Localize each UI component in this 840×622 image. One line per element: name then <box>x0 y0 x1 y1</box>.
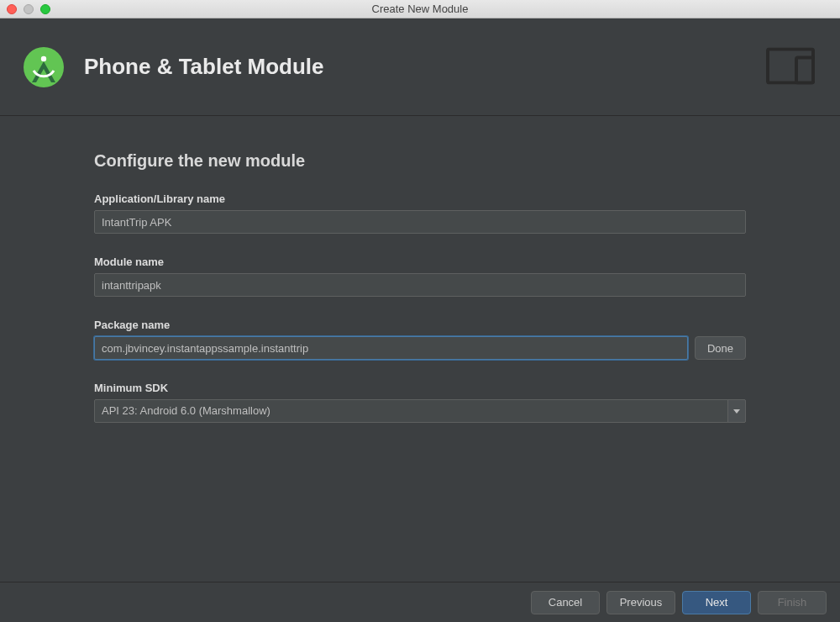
android-studio-icon <box>24 47 64 87</box>
package-name-label: Package name <box>94 319 746 331</box>
window-title: Create New Module <box>0 3 840 15</box>
package-name-input[interactable] <box>94 336 688 360</box>
module-name-input[interactable] <box>94 273 746 297</box>
application-name-field-group: Application/Library name <box>94 192 746 234</box>
wizard-content: Configure the new module Application/Lib… <box>0 116 840 461</box>
module-name-label: Module name <box>94 256 746 268</box>
window-titlebar: Create New Module <box>0 0 840 18</box>
next-button[interactable]: Next <box>682 591 751 614</box>
previous-button[interactable]: Previous <box>606 591 675 614</box>
window-close-button[interactable] <box>7 4 17 14</box>
wizard-title: Phone & Tablet Module <box>84 54 324 80</box>
svg-point-1 <box>41 55 46 61</box>
section-title: Configure the new module <box>94 151 746 171</box>
minimum-sdk-select[interactable]: API 23: Android 6.0 (Marshmallow) <box>94 399 746 423</box>
svg-rect-3 <box>796 57 813 82</box>
finish-button: Finish <box>758 591 827 614</box>
window-controls <box>0 4 50 14</box>
cancel-button[interactable]: Cancel <box>531 591 600 614</box>
application-name-label: Application/Library name <box>94 192 746 205</box>
window-minimize-button[interactable] <box>24 4 34 14</box>
wizard-footer: Cancel Previous Next Finish <box>0 582 840 622</box>
package-name-done-button[interactable]: Done <box>695 336 746 360</box>
window-maximize-button[interactable] <box>40 4 50 14</box>
phone-tablet-icon <box>766 47 816 87</box>
package-name-field-group: Package name Done <box>94 319 746 360</box>
application-name-input[interactable] <box>94 210 746 234</box>
wizard-header: Phone & Tablet Module <box>0 18 840 116</box>
module-name-field-group: Module name <box>94 256 746 297</box>
minimum-sdk-label: Minimum SDK <box>94 382 746 394</box>
minimum-sdk-field-group: Minimum SDK API 23: Android 6.0 (Marshma… <box>94 382 746 423</box>
